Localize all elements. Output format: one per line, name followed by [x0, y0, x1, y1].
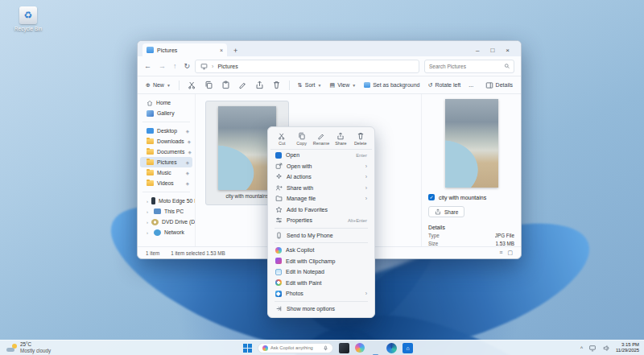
open-with-icon — [275, 163, 283, 170]
weather-widget[interactable]: 25°C Mostly cloudy — [6, 341, 51, 353]
search-icon — [504, 63, 510, 69]
back-button[interactable]: ← — [144, 62, 151, 70]
address-bar: ← → ↑ ↻ › Pictures — [138, 56, 521, 76]
menu-item-ask-copilot[interactable]: Ask Copilot — [270, 245, 372, 256]
menu-item-show-more-options[interactable]: Show more options — [270, 303, 372, 315]
sidebar-item-downloads[interactable]: Downloads◈ — [140, 136, 192, 147]
minimize-button[interactable]: – — [476, 47, 479, 54]
menu-item-ai-actions[interactable]: AI actions› — [270, 171, 372, 183]
paste-icon[interactable] — [221, 80, 230, 89]
selected-checkbox[interactable]: ✓ — [428, 194, 435, 200]
share-button[interactable]: Share — [332, 132, 349, 146]
sidebar-item-network[interactable]: › Network — [140, 227, 192, 237]
microphone-icon[interactable] — [323, 345, 328, 352]
paint-icon — [275, 279, 282, 286]
rename-icon[interactable] — [238, 80, 247, 89]
new-button[interactable]: ⊕ New ▼ — [146, 82, 171, 89]
set-as-background-button[interactable]: Set as background — [364, 82, 419, 88]
breadcrumb[interactable]: › Pictures — [195, 60, 419, 73]
recycle-bin-shortcut[interactable]: ♻ Recycle Bin — [10, 6, 47, 31]
copy-icon — [298, 132, 306, 140]
cut-button[interactable]: Cut — [273, 132, 291, 146]
forward-button[interactable]: → — [159, 62, 166, 70]
desktop-icon — [147, 128, 154, 134]
menu-item-photos[interactable]: Photos› — [270, 288, 372, 299]
tray-chevron-icon[interactable]: ^ — [580, 345, 583, 351]
refresh-button[interactable]: ↻ — [184, 62, 191, 70]
sidebar-item-documents[interactable]: Documents◈ — [140, 147, 192, 157]
list-view-toggle-icon[interactable]: ≡ — [499, 250, 502, 256]
share-icon — [435, 208, 441, 215]
favorites-star-icon — [275, 206, 283, 213]
sidebar-item-pictures[interactable]: Pictures◈ — [140, 157, 192, 167]
sidebar-item-dvd-drive[interactable]: › DVD Drive (D:) C — [140, 217, 192, 227]
sidebar-item-desktop[interactable]: Desktop◈ — [140, 126, 192, 136]
manage-file-icon — [275, 195, 283, 202]
menu-item-open-with[interactable]: Open with› — [270, 161, 372, 172]
menu-item-edit-with-paint[interactable]: Edit with Paint — [270, 278, 372, 289]
expand-chevron-icon[interactable]: › — [147, 199, 148, 204]
view-button[interactable]: ▤ View ▼ — [330, 82, 357, 89]
sidebar-item-home[interactable]: Home — [140, 97, 192, 108]
sidebar-item-music[interactable]: Music◈ — [140, 167, 192, 178]
taskbar-search-input[interactable] — [270, 345, 320, 350]
delete-icon[interactable] — [272, 80, 281, 89]
details-pane: ✓ city with mountains Share Details Type… — [421, 94, 521, 246]
sidebar-item-phone[interactable]: › Moto Edge 50 N — [140, 196, 192, 206]
rename-button[interactable]: Rename — [312, 132, 330, 146]
menu-item-add-to-favorites[interactable]: Add to Favorites — [270, 204, 372, 216]
task-view-button[interactable] — [339, 343, 349, 353]
expand-chevron-icon[interactable]: › — [147, 220, 148, 225]
large-icons-view-toggle-icon[interactable]: ▢ — [507, 250, 513, 256]
weather-desc: Mostly cloudy — [20, 348, 51, 354]
share-button[interactable]: Share — [428, 206, 464, 217]
menu-item-manage-file[interactable]: Manage file› — [270, 193, 372, 204]
submenu-chevron-icon: › — [365, 185, 367, 191]
see-more-button[interactable]: ... — [469, 82, 473, 88]
search-input[interactable] — [429, 64, 504, 69]
open-icon — [275, 152, 282, 159]
menu-item-send-to-my-phone[interactable]: Send to My Phone — [270, 230, 372, 241]
sidebar-item-gallery[interactable]: Gallery — [140, 108, 192, 118]
copy-icon[interactable] — [204, 80, 213, 89]
recycle-bin-label: Recycle Bin — [10, 26, 47, 31]
start-button[interactable] — [243, 344, 252, 353]
home-icon — [147, 100, 153, 106]
date: 11/29/2025 — [616, 348, 639, 353]
volume-icon[interactable] — [602, 345, 610, 352]
this-pc-icon — [154, 208, 161, 214]
copilot-icon — [262, 345, 268, 351]
menu-item-properties[interactable]: Properties Alt+Enter — [270, 215, 372, 226]
microsoft-store-button[interactable]: ⌂ — [402, 343, 413, 353]
menu-item-share-with[interactable]: Share with› — [270, 183, 372, 194]
cut-icon[interactable] — [188, 80, 196, 89]
recycle-bin-icon: ♻ — [19, 6, 37, 24]
tab-close-icon[interactable]: × — [220, 47, 223, 53]
search-box[interactable] — [424, 60, 514, 73]
menu-item-edit-with-clipchamp[interactable]: Edit with Clipchamp — [270, 256, 372, 267]
expand-chevron-icon[interactable]: › — [147, 230, 151, 235]
menu-item-edit-in-notepad[interactable]: Edit in Notepad — [270, 266, 372, 278]
sidebar-item-this-pc[interactable]: › This PC — [140, 206, 192, 217]
sidebar-item-videos[interactable]: Videos◈ — [140, 178, 192, 188]
copy-button[interactable]: Copy — [293, 132, 311, 146]
rotate-left-button[interactable]: ↺ Rotate left — [428, 82, 461, 89]
taskbar-search[interactable] — [258, 343, 333, 353]
details-toggle-button[interactable]: Details — [485, 81, 513, 89]
menu-item-open[interactable]: Open Enter — [270, 150, 372, 161]
sort-button[interactable]: ⇅ Sort ▼ — [298, 82, 322, 89]
share-icon[interactable] — [255, 80, 264, 89]
edge-browser-button[interactable] — [386, 343, 397, 353]
maximize-button[interactable]: □ — [490, 47, 494, 54]
expand-chevron-icon[interactable]: › — [147, 209, 151, 214]
up-button[interactable]: ↑ — [173, 62, 177, 70]
close-button[interactable]: × — [506, 47, 510, 54]
file-explorer-taskbar-button[interactable] — [370, 343, 381, 353]
tab-pictures[interactable]: Pictures × — [142, 43, 227, 56]
clock[interactable]: 3:15 PM 11/29/2025 — [616, 342, 639, 354]
delete-button[interactable]: Delete — [352, 132, 369, 146]
new-tab-button[interactable]: + — [233, 45, 237, 56]
dvd-icon — [151, 219, 159, 225]
copilot-app-button[interactable] — [355, 343, 365, 353]
display-cast-icon[interactable] — [588, 345, 597, 352]
